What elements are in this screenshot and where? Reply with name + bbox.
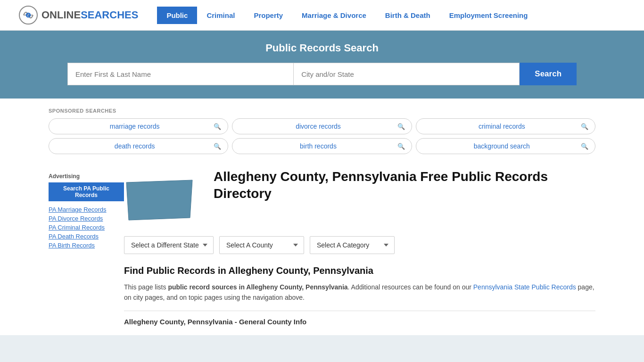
sidebar-ad-button[interactable]: Search PA Public Records [49, 182, 124, 201]
logo-text: ONLINESEARCHES [41, 9, 138, 21]
main-nav: Public Criminal Property Marriage & Divo… [157, 7, 537, 24]
nav-item-public[interactable]: Public [157, 7, 197, 24]
search-icon-pill-4: 🔍 [214, 143, 221, 150]
sidebar-link-death[interactable]: PA Death Records [49, 233, 124, 240]
search-icon-pill-2: 🔍 [397, 123, 405, 130]
header: ONLINESEARCHES Public Criminal Property … [0, 0, 644, 31]
county-title-block: Allegheny County, Pennsylvania Free Publ… [214, 168, 595, 225]
pill-marriage-records[interactable]: marriage records 🔍 [49, 118, 228, 134]
find-description: This page lists public record sources in… [124, 282, 595, 303]
sidebar-link-criminal[interactable]: PA Criminal Records [49, 224, 124, 231]
nav-item-employment[interactable]: Employment Screening [440, 7, 537, 24]
name-input[interactable] [67, 63, 293, 85]
nav-item-birth-death[interactable]: Birth & Death [376, 7, 440, 24]
find-bold: public record sources in Allegheny Count… [168, 283, 347, 291]
pill-background-search[interactable]: background search 🔍 [416, 138, 595, 154]
sidebar-link-marriage[interactable]: PA Marriage Records [49, 206, 124, 213]
sponsored-section: SPONSORED SEARCHES marriage records 🔍 di… [49, 108, 595, 154]
county-title: Allegheny County, Pennsylvania Free Publ… [214, 168, 595, 203]
main-content: SPONSORED SEARCHES marriage records 🔍 di… [30, 99, 614, 335]
section-divider [124, 311, 595, 311]
page-layout: Advertising Search PA Public Records PA … [49, 168, 595, 326]
county-info: Allegheny County, Pennsylvania Free Publ… [124, 168, 595, 326]
pill-text-background: background search [423, 142, 581, 150]
category-dropdown[interactable]: Select A Category [310, 236, 395, 254]
state-map [124, 168, 199, 225]
pill-text-death: death records [56, 142, 214, 150]
nav-item-marriage-divorce[interactable]: Marriage & Divorce [292, 7, 376, 24]
pill-text-divorce: divorce records [239, 123, 397, 130]
state-dropdown[interactable]: Select a Different State [124, 236, 214, 254]
county-dropdown[interactable]: Select A County [219, 236, 304, 254]
find-desc-2: . Additional resources can be found on o… [348, 283, 473, 291]
search-bar: Search [67, 63, 577, 85]
sidebar-links: PA Marriage Records PA Divorce Records P… [49, 206, 124, 249]
pill-text-criminal: criminal records [423, 123, 581, 130]
pill-death-records[interactable]: death records 🔍 [49, 138, 228, 154]
search-button[interactable]: Search [520, 63, 577, 85]
search-icon-pill-3: 🔍 [581, 123, 588, 130]
nav-item-property[interactable]: Property [244, 7, 292, 24]
pill-birth-records[interactable]: birth records 🔍 [232, 138, 412, 154]
hero-title: Public Records Search [19, 42, 625, 54]
pill-criminal-records[interactable]: criminal records 🔍 [416, 118, 595, 134]
find-link[interactable]: Pennsylvania State Public Records [473, 283, 576, 291]
find-records-section: Find Public Records in Allegheny County,… [124, 265, 595, 326]
pennsylvania-map-svg [124, 173, 195, 225]
find-desc-1: This page lists [124, 283, 168, 291]
pill-text-marriage: marriage records [56, 123, 214, 130]
sponsored-label: SPONSORED SEARCHES [49, 108, 595, 114]
pill-text-birth: birth records [239, 142, 397, 150]
svg-marker-3 [126, 180, 192, 220]
sidebar-link-birth[interactable]: PA Birth Records [49, 242, 124, 249]
search-icon-pill-5: 🔍 [397, 143, 405, 150]
sponsored-grid: marriage records 🔍 divorce records 🔍 cri… [49, 118, 595, 154]
dropdowns-row: Select a Different State Select A County… [124, 236, 595, 254]
search-icon-pill-1: 🔍 [214, 123, 221, 130]
search-icon-pill-6: 🔍 [581, 143, 588, 150]
nav-item-criminal[interactable]: Criminal [197, 7, 244, 24]
sidebar-link-divorce[interactable]: PA Divorce Records [49, 215, 124, 222]
hero-section: Public Records Search Search [0, 31, 644, 99]
location-input[interactable] [293, 63, 520, 85]
section-bottom-title: Allegheny County, Pennsylvania - General… [124, 318, 595, 326]
logo-icon [19, 6, 38, 25]
county-section-header: Allegheny County, Pennsylvania Free Publ… [124, 168, 595, 225]
pill-divorce-records[interactable]: divorce records 🔍 [232, 118, 412, 134]
find-records-title: Find Public Records in Allegheny County,… [124, 265, 595, 276]
advertising-label: Advertising [49, 173, 124, 180]
logo: ONLINESEARCHES [19, 6, 138, 25]
left-sidebar: Advertising Search PA Public Records PA … [49, 168, 124, 326]
